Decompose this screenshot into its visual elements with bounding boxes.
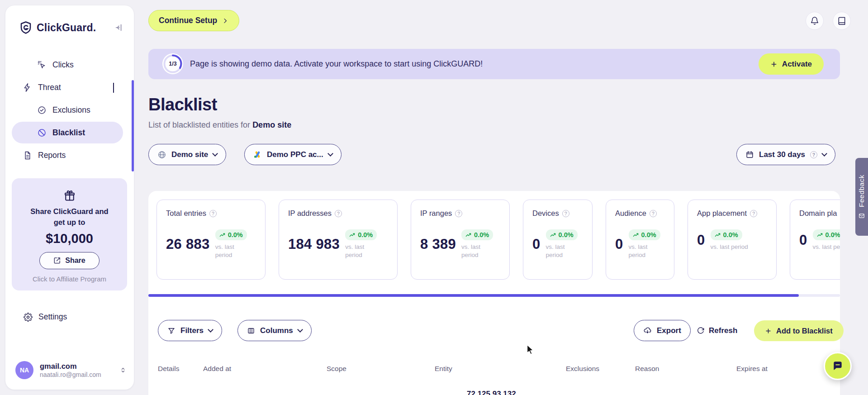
trend-up-icon [219,232,226,238]
stat-value: 0 [799,232,807,248]
site-selector[interactable]: Demo site [148,144,226,165]
continue-setup-label: Continue Setup [159,16,217,25]
trend-note: vs. last period [215,243,245,259]
gear-icon [24,313,33,322]
stat-card-devices: Devices 0 0.0% vs. last period [523,200,593,280]
stat-label: Audience [615,209,646,218]
help-icon [810,151,817,158]
google-ads-icon [253,150,262,159]
setup-progress-step: 1/3 [162,53,183,74]
stat-label: Devices [532,209,559,218]
activate-button[interactable]: Activate [759,53,824,75]
column-header-exclusions[interactable]: Exclusions [566,365,599,373]
help-icon[interactable] [562,210,569,217]
site-selector-value: Demo site [171,150,208,159]
ppc-account-selector[interactable]: Demo PPC ac... [244,144,342,165]
column-header-expires-at[interactable]: Expires at [736,365,768,373]
demo-data-banner: 1/3 Page is showing demo data. Activate … [148,49,840,79]
columns-button[interactable]: Columns [237,320,312,341]
gift-icon [63,189,76,202]
help-icon[interactable] [335,210,342,217]
trend-badge: 0.0% [345,229,377,240]
clickguard-logo-icon [19,21,33,34]
external-link-icon [53,257,61,264]
page-title: Blacklist [148,95,217,114]
sidebar-item-threat[interactable]: Threat [5,76,129,99]
stat-card-ip-addresses: IP addresses 184 983 0.0% vs. last perio… [279,200,398,280]
trend-up-icon [349,232,356,238]
help-icon[interactable] [650,210,657,217]
sidebar-item-clicks[interactable]: Clicks [5,53,129,76]
export-button-label: Export [657,326,681,335]
user-name: gmail.com [40,362,101,371]
trend-note: vs. last period [711,243,748,251]
add-to-blacklist-button[interactable]: Add to Blacklist [754,320,844,341]
activate-button-label: Activate [782,60,812,69]
stat-value: 0 [615,236,623,252]
export-button[interactable]: Export [634,320,691,341]
sidebar-item-label: Exclusions [52,105,90,115]
trend-note: vs. last period [461,243,491,259]
stat-card-audience: Audience 0 0.0% vs. last period [606,200,674,280]
sidebar-item-settings[interactable]: Settings [24,312,67,322]
plus-icon [770,61,778,68]
share-button[interactable]: Share [39,252,99,269]
sidebar-item-reports[interactable]: Reports [5,144,129,167]
sidebar-item-label: Clicks [52,60,74,70]
column-header-details[interactable]: Details [158,365,179,373]
cards-scrollbar-thumb[interactable] [148,294,799,297]
bell-icon [810,16,819,25]
continue-setup-button[interactable]: Continue Setup [148,10,239,31]
trend-badge: 0.0% [215,229,247,240]
badge-check-icon [37,105,47,115]
column-header-scope[interactable]: Scope [327,365,346,373]
banner-message: Page is showing demo data. Activate your… [190,49,483,79]
column-header-reason[interactable]: Reason [635,365,659,373]
stat-card-app-placement: App placement 0 0.0% vs. last period [688,200,777,280]
stat-label: IP addresses [288,209,332,218]
account-switcher[interactable]: NA gmail.com naatali.ro@gmail.com [15,361,127,379]
chevron-up-icon[interactable] [113,83,114,92]
feedback-tab[interactable]: Feedback [855,158,868,236]
chevron-down-icon [821,151,827,157]
docs-button[interactable] [833,12,851,30]
stat-value: 26 883 [166,236,210,252]
report-icon [23,151,32,160]
chevron-down-icon [208,327,213,333]
logo-row: ClickGuard. [19,21,124,34]
cursor-click-icon [37,60,47,70]
stat-label: Domain pla [799,209,837,218]
table-row-entity-cell[interactable]: 72.125.93.132 [467,390,516,395]
sidebar-item-exclusions[interactable]: Exclusions [5,99,129,121]
help-icon[interactable] [209,210,217,217]
page-subtitle-site: Demo site [252,120,291,129]
trend-note: vs. last period [629,243,659,259]
sidebar-item-blacklist[interactable]: Blacklist [12,122,123,143]
date-range-value: Last 30 days [759,150,805,159]
avatar: NA [15,361,33,379]
chevron-down-icon [297,327,303,333]
date-range-selector[interactable]: Last 30 days [736,144,835,165]
refresh-button[interactable]: Refresh [697,320,737,341]
affiliate-promo-card[interactable]: Share ClickGuard and get up to $10,000 S… [12,178,127,290]
help-icon[interactable] [750,210,757,217]
help-icon[interactable] [455,210,462,217]
page-subtitle: List of blacklisted entities for Demo si… [148,120,291,130]
user-info: gmail.com naatali.ro@gmail.com [40,362,101,379]
trend-badge: 0.0% [813,229,840,240]
trend-up-icon [550,232,556,238]
stats-cards-row: Total entries 26 883 0.0% vs. last perio… [157,200,840,280]
notifications-button[interactable] [806,12,824,30]
plus-icon [765,328,772,334]
sidebar-collapse-icon[interactable] [114,23,124,33]
calendar-icon [745,150,754,159]
columns-button-label: Columns [260,326,293,335]
promo-title: Share ClickGuard and get up to [24,206,114,228]
trend-value: 0.0% [825,231,840,238]
filters-button[interactable]: Filters [158,320,222,341]
column-header-entity[interactable]: Entity [435,365,452,373]
column-header-added-at[interactable]: Added at [203,365,231,373]
chat-widget-button[interactable] [824,352,852,380]
stat-value: 8 389 [420,236,456,252]
sidebar-scrollbar[interactable] [132,80,134,171]
